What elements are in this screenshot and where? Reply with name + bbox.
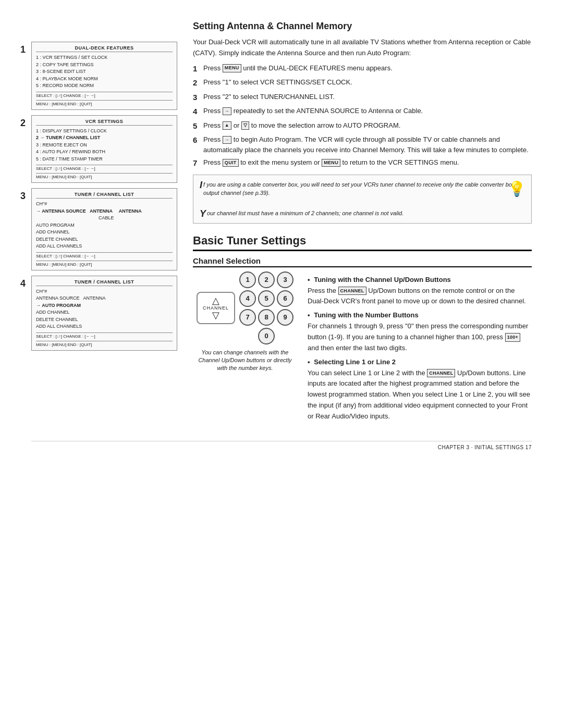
menu-item: ADD ALL CHANNELS <box>36 243 173 250</box>
menu-item: ADD CHANNEL <box>36 229 173 236</box>
tip-letter-y: Y <box>200 209 206 218</box>
num-button-1[interactable]: 1 <box>239 272 256 288</box>
step-text: Press "1" to select VCR SETTINGS/SET CLO… <box>203 77 352 88</box>
menu-footer-left: SELECT : [↓↑] CHANGE : [←→] <box>36 254 95 258</box>
menu-footer-right: MENU : [MENU] END : [QUIT] <box>36 102 92 106</box>
bullet-dot: • <box>308 276 310 283</box>
num-button-2[interactable]: 2 <box>258 272 275 288</box>
menu-footer-left: SELECT : [↓↑] CHANGE : [←→] <box>36 93 95 98</box>
page-footer: CHAPTER 3 · INITIAL SETTINGS 17 <box>31 441 532 450</box>
step-3: 3 Press "2" to select TUNER/CHANNEL LIST… <box>193 92 532 104</box>
menu-item: 5 : RECORD MODE NORM <box>36 82 173 90</box>
menu-screen-3: 3 TUNER / CHANNEL LIST CH"# → ANTENNA SO… <box>31 188 177 270</box>
screen-number-4: 4 <box>20 278 26 289</box>
channel-up-arrow[interactable]: △ <box>212 296 219 305</box>
step-7: 7 Press QUIT to exit the menu system or … <box>193 157 532 169</box>
channel-selection-title: Channel Selection <box>193 256 532 267</box>
channel-kbd: CHANNEL <box>338 287 366 295</box>
left-column: 1 DUAL-DECK FEATURES 1 : VCR SETTINGS / … <box>31 21 177 425</box>
menu-kbd2: MENU <box>322 159 340 167</box>
step-1: 1 Press MENU until the DUAL-DECK FEATURE… <box>193 63 532 75</box>
num-button-6[interactable]: 6 <box>277 290 293 307</box>
menu-title-1: DUAL-DECK FEATURES <box>36 45 173 52</box>
menu-item: DELETE CHANNEL <box>36 316 173 324</box>
menu-screen-1: 1 DUAL-DECK FEATURES 1 : VCR SETTINGS / … <box>31 42 177 110</box>
bullet-dot: • <box>308 358 310 366</box>
right-column: Setting Antenna & Channel Memory Your Du… <box>193 21 532 425</box>
step-text: Press "2" to select TUNER/CHANNEL LIST. <box>203 92 335 102</box>
num-button-3[interactable]: 3 <box>277 272 293 288</box>
menu-item: CH"# <box>36 201 173 208</box>
step-5: 5 Press ▲ or ▽ to move the selection arr… <box>193 120 532 132</box>
step-number: 6 <box>193 134 200 146</box>
step-number: 4 <box>193 106 200 118</box>
bullet-section: • Tuning with the Channel Up/Down Button… <box>308 272 532 425</box>
pad-caption: You can change channels with the Channel… <box>193 349 297 373</box>
num-button-5[interactable]: 5 <box>258 290 275 307</box>
num-row-3: 7 8 9 <box>239 309 293 326</box>
up-kbd: ▲ <box>223 121 231 130</box>
menu-item: CABLE <box>36 215 173 222</box>
num-row-2: 4 5 6 <box>239 290 293 307</box>
right-arrow-kbd: → <box>223 107 231 116</box>
menu-footer-right: MENU : [MENU] END : [QUIT] <box>36 262 92 267</box>
channel-arrows: △ CHANNEL ▽ <box>197 292 235 324</box>
channel-down-arrow[interactable]: ▽ <box>212 311 219 320</box>
intro-text: Your Dual-Deck VCR will automatically tu… <box>193 37 532 59</box>
tip-text-1: If you are using a cable converter box, … <box>200 180 525 198</box>
menu-item: ADD ALL CHANNELS <box>36 323 173 330</box>
step-text: Press → to begin Auto Program. The VCR w… <box>203 134 532 155</box>
pad-and-arrows: △ CHANNEL ▽ 1 2 3 <box>197 272 293 344</box>
num-button-4[interactable]: 4 <box>239 290 256 307</box>
step-number: 7 <box>193 157 200 169</box>
bullet-3-body: You can select Line 1 or Line 2 with the… <box>308 368 532 422</box>
step-list: 1 Press MENU until the DUAL-DECK FEATURE… <box>193 63 532 169</box>
100plus-kbd: 100+ <box>505 333 520 341</box>
tip-text-2: Your channel list must have a minimum of… <box>200 209 525 218</box>
menu-item: → ANTENNA SOURCE ANTENNA ANTENNA <box>36 208 173 215</box>
step-6: 6 Press → to begin Auto Program. The VCR… <box>193 134 532 155</box>
bullet-2-title: • Tuning with the Number Buttons <box>308 311 532 319</box>
menu-item-selected: → AUTO PROGRAM <box>36 302 173 310</box>
right-kbd: → <box>223 136 231 144</box>
step-4: 4 Press → repeatedly to set the ANTENNA … <box>193 106 532 118</box>
step-number: 3 <box>193 92 200 104</box>
menu-item: 1 : VCR SETTINGS / SET CLOCK <box>36 54 173 61</box>
down-kbd: ▽ <box>241 121 249 130</box>
step-text: Press MENU until the DUAL-DECK FEATURES … <box>203 63 393 73</box>
menu-item: 2 : COPY TAPE SETTINGS <box>36 61 173 69</box>
num-button-9[interactable]: 9 <box>277 309 293 326</box>
num-row-1: 1 2 3 <box>239 272 293 288</box>
menu-item: ADD CHANNEL <box>36 309 173 316</box>
menu-screen-2: 2 VCR SETTINGS 1 : DISPLAY SETTINGS / CL… <box>31 115 177 183</box>
step-text: Press QUIT to exit the menu system or ME… <box>203 157 459 168</box>
bottom-layout: △ CHANNEL ▽ 1 2 3 <box>193 272 532 425</box>
tip-letter-i: I <box>200 180 202 190</box>
menu-footer-right: MENU : [MENU] END : [QUIT] <box>36 342 92 347</box>
section-title: Setting Antenna & Channel Memory <box>193 21 532 32</box>
basic-tuner-title: Basic Tuner Settings <box>193 234 532 251</box>
menu-kbd: MENU <box>223 64 241 72</box>
bullet-2-body: For channels 1 through 9, press "0" then… <box>308 321 532 353</box>
num-button-0[interactable]: 0 <box>258 328 275 344</box>
step-number: 1 <box>193 63 200 75</box>
screen-number-1: 1 <box>20 44 26 55</box>
screen-number-2: 2 <box>20 118 26 129</box>
lightbulb-icon: 💡 <box>508 178 526 200</box>
menu-title-2: VCR SETTINGS <box>36 119 173 126</box>
bullet-1-title: • Tuning with the Channel Up/Down Button… <box>308 276 532 283</box>
menu-title-4: TUNER / CHANNEL LIST <box>36 279 173 286</box>
menu-footer-left: SELECT : [↓↑] CHANGE : [←→] <box>36 334 95 339</box>
bullet-3-title: • Selecting Line 1 or Line 2 <box>308 358 532 366</box>
num-button-8[interactable]: 8 <box>258 309 275 326</box>
menu-item: 4 : PLAYBACK MODE NORM <box>36 76 173 83</box>
menu-item: DELETE CHANNEL <box>36 236 173 243</box>
menu-item: 3 : REMOTE EJECT ON <box>36 142 173 149</box>
menu-screen-4: 4 TUNER / CHANNEL LIST CH"# ANTENNA SOUR… <box>31 276 177 351</box>
step-2: 2 Press "1" to select VCR SETTINGS/SET C… <box>193 77 532 89</box>
tip-box: 💡 If you are using a cable converter box… <box>193 175 532 224</box>
menu-item: 1 : DISPLAY SETTINGS / CLOCK <box>36 128 173 135</box>
channel-pad-area: △ CHANNEL ▽ 1 2 3 <box>193 272 297 425</box>
num-button-7[interactable]: 7 <box>239 309 256 326</box>
step-text: Press → repeatedly to set the ANTENNA SO… <box>203 106 423 116</box>
